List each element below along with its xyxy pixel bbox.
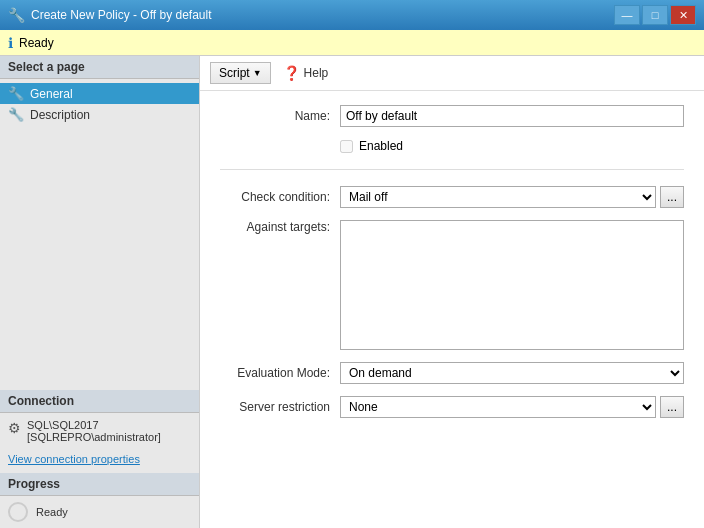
- check-condition-row: Check condition: Mail off Mail on ...: [220, 186, 684, 208]
- connection-section: ⚙ SQL\SQL2017 [SQLREPRO\administrator] V…: [0, 413, 199, 473]
- progress-status: Ready: [36, 506, 68, 518]
- name-input[interactable]: [340, 105, 684, 127]
- connection-info: ⚙ SQL\SQL2017 [SQLREPRO\administrator]: [0, 413, 199, 449]
- minimize-button[interactable]: —: [614, 5, 640, 25]
- content-area: Script ▼ ❓ Help Name: Enabled C: [200, 56, 704, 528]
- dropdown-arrow-icon: ▼: [253, 68, 262, 78]
- general-label: General: [30, 87, 73, 101]
- sidebar: Select a page 🔧 General 🔧 Description Co…: [0, 56, 200, 528]
- close-button[interactable]: ✕: [670, 5, 696, 25]
- select-page-header: Select a page: [0, 56, 199, 79]
- enabled-label: Enabled: [359, 139, 403, 153]
- help-label: Help: [304, 66, 329, 80]
- divider-1: [220, 169, 684, 170]
- server-restriction-browse-button[interactable]: ...: [660, 396, 684, 418]
- against-targets-row: Against targets:: [220, 220, 684, 350]
- wrench-icon-2: 🔧: [8, 107, 24, 122]
- enabled-row: Enabled: [340, 139, 684, 153]
- status-bar: ℹ Ready: [0, 30, 704, 56]
- against-targets-textarea[interactable]: [340, 220, 684, 350]
- check-condition-browse-button[interactable]: ...: [660, 186, 684, 208]
- window-title: Create New Policy - Off by default: [31, 8, 212, 22]
- app-icon: 🔧: [8, 7, 25, 23]
- progress-header: Progress: [0, 473, 199, 496]
- check-condition-select[interactable]: Mail off Mail on: [340, 186, 656, 208]
- database-icon: ⚙: [8, 420, 21, 436]
- server-name: SQL\SQL2017: [27, 419, 161, 431]
- sidebar-item-description[interactable]: 🔧 Description: [0, 104, 199, 125]
- evaluation-mode-container: On demand On change On schedule: [340, 362, 684, 384]
- script-label: Script: [219, 66, 250, 80]
- sidebar-item-general[interactable]: 🔧 General: [0, 83, 199, 104]
- evaluation-mode-label: Evaluation Mode:: [220, 366, 330, 380]
- evaluation-mode-row: Evaluation Mode: On demand On change On …: [220, 362, 684, 384]
- status-icon: ℹ: [8, 35, 13, 51]
- help-icon: ❓: [283, 65, 300, 81]
- server-restriction-row: Server restriction None ...: [220, 396, 684, 418]
- description-label: Description: [30, 108, 90, 122]
- status-text: Ready: [19, 36, 54, 50]
- progress-spinner: [8, 502, 28, 522]
- toolbar: Script ▼ ❓ Help: [200, 56, 704, 91]
- enabled-checkbox[interactable]: [340, 140, 353, 153]
- server-user: [SQLREPRO\administrator]: [27, 431, 161, 443]
- connection-header: Connection: [0, 390, 199, 413]
- server-restriction-select[interactable]: None: [340, 396, 656, 418]
- view-connection-link[interactable]: View connection properties: [0, 449, 199, 473]
- maximize-button[interactable]: □: [642, 5, 668, 25]
- form-content: Name: Enabled Check condition: Mail off …: [200, 91, 704, 528]
- name-row: Name:: [220, 105, 684, 127]
- progress-content: Ready: [0, 496, 199, 528]
- name-label: Name:: [220, 109, 330, 123]
- title-bar: 🔧 Create New Policy - Off by default — □…: [0, 0, 704, 30]
- progress-section: Ready: [0, 496, 199, 528]
- window-controls[interactable]: — □ ✕: [614, 5, 696, 25]
- page-list: 🔧 General 🔧 Description: [0, 79, 199, 129]
- script-button[interactable]: Script ▼: [210, 62, 271, 84]
- server-restriction-container: None ...: [340, 396, 684, 418]
- server-restriction-label: Server restriction: [220, 400, 330, 414]
- wrench-icon: 🔧: [8, 86, 24, 101]
- check-condition-container: Mail off Mail on ...: [340, 186, 684, 208]
- against-targets-label: Against targets:: [220, 220, 330, 234]
- help-button[interactable]: ❓ Help: [275, 62, 337, 84]
- check-condition-label: Check condition:: [220, 190, 330, 204]
- evaluation-mode-select[interactable]: On demand On change On schedule: [340, 362, 684, 384]
